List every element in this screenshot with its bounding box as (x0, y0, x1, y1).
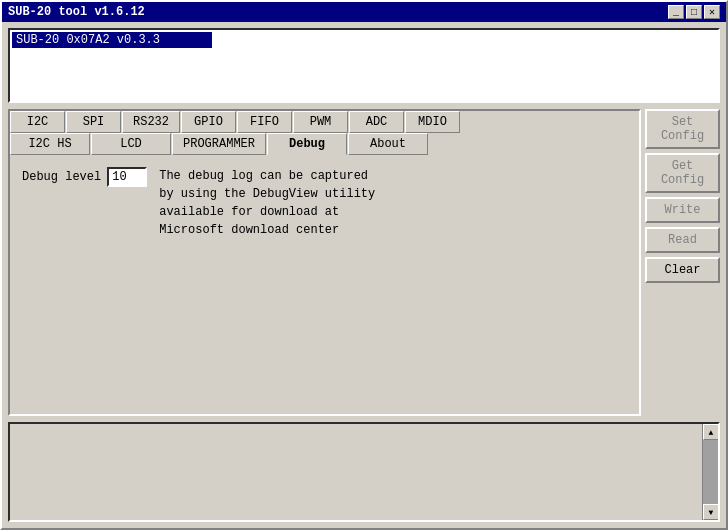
tab-debug[interactable]: Debug (267, 133, 347, 155)
scrollbar[interactable]: ▲ ▼ (702, 424, 718, 520)
tab-spi[interactable]: SPI (66, 111, 121, 133)
device-list[interactable]: SUB-20 0x07A2 v0.3.3 (8, 28, 720, 103)
device-item[interactable]: SUB-20 0x07A2 v0.3.3 (12, 32, 212, 48)
tab-gpio[interactable]: GPIO (181, 111, 236, 133)
debug-level-row: Debug level (22, 167, 147, 187)
tab-adc[interactable]: ADC (349, 111, 404, 133)
set-config-button[interactable]: Set Config (645, 109, 720, 149)
maximize-button[interactable]: □ (686, 5, 702, 19)
debug-desc-line2: by using the DebugView utility (159, 185, 375, 203)
minimize-button[interactable]: _ (668, 5, 684, 19)
clear-button[interactable]: Clear (645, 257, 720, 283)
tab-i2c[interactable]: I2C (10, 111, 65, 133)
tab-i2c-hs[interactable]: I2C HS (10, 133, 90, 155)
main-area: I2C SPI RS232 GPIO FIFO PWM ADC MDIO I2C… (8, 109, 720, 416)
tab-row-1: I2C SPI RS232 GPIO FIFO PWM ADC MDIO (10, 111, 639, 133)
tab-lcd[interactable]: LCD (91, 133, 171, 155)
tab-programmer[interactable]: PROGRAMMER (172, 133, 266, 155)
window-title: SUB-20 tool v1.6.12 (8, 5, 145, 19)
side-buttons: Set Config Get Config Write Read Clear (645, 109, 720, 416)
tab-about[interactable]: About (348, 133, 428, 155)
debug-desc-line1: The debug log can be captured (159, 167, 375, 185)
window-controls: _ □ ✕ (668, 5, 720, 19)
tab-row-2: I2C HS LCD PROGRAMMER Debug About (10, 133, 639, 155)
debug-description: The debug log can be captured by using t… (159, 167, 375, 239)
main-window: SUB-20 tool v1.6.12 _ □ ✕ SUB-20 0x07A2 … (0, 0, 728, 530)
write-button[interactable]: Write (645, 197, 720, 223)
scroll-track (703, 440, 718, 504)
tab-rs232[interactable]: RS232 (122, 111, 180, 133)
debug-desc-line4: Microsoft download center (159, 221, 375, 239)
debug-desc-line3: available for download at (159, 203, 375, 221)
close-button[interactable]: ✕ (704, 5, 720, 19)
output-area[interactable]: ▲ ▼ (8, 422, 720, 522)
tab-pwm[interactable]: PWM (293, 111, 348, 133)
tab-content-debug: Debug level The debug log can be capture… (10, 155, 639, 414)
debug-level-input[interactable] (107, 167, 147, 187)
get-config-button[interactable]: Get Config (645, 153, 720, 193)
tab-fifo[interactable]: FIFO (237, 111, 292, 133)
read-button[interactable]: Read (645, 227, 720, 253)
debug-form: Debug level The debug log can be capture… (22, 167, 627, 239)
tab-mdio[interactable]: MDIO (405, 111, 460, 133)
scroll-up-button[interactable]: ▲ (703, 424, 719, 440)
tabs-panel: I2C SPI RS232 GPIO FIFO PWM ADC MDIO I2C… (8, 109, 641, 416)
debug-level-label: Debug level (22, 170, 101, 184)
window-body: SUB-20 0x07A2 v0.3.3 I2C SPI RS232 GPIO … (2, 22, 726, 528)
scroll-down-button[interactable]: ▼ (703, 504, 719, 520)
title-bar: SUB-20 tool v1.6.12 _ □ ✕ (2, 2, 726, 22)
